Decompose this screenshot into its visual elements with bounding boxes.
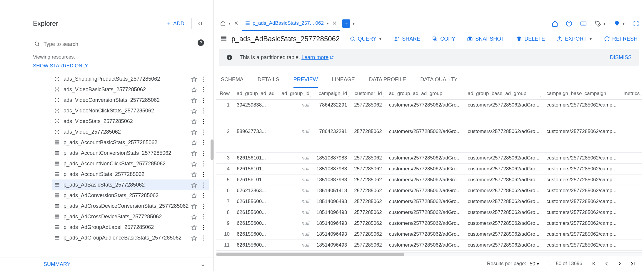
more-icon[interactable]: ⋮: [198, 180, 209, 189]
horizontal-scrollbar[interactable]: [216, 252, 642, 256]
sidebar-item[interactable]: ads_VideoConversionStats_2577285062⋮: [52, 95, 209, 105]
sidebar-item[interactable]: p_ads_AccountConversionStats_2577285062⋮: [52, 148, 209, 158]
column-header[interactable]: metrics_cl⋰: [620, 88, 642, 100]
star-icon[interactable]: [190, 117, 198, 125]
learn-more-link[interactable]: Learn more: [301, 54, 334, 61]
table-row[interactable]: 10626155600...null185140964932577285062c…: [216, 229, 642, 240]
star-icon[interactable]: [190, 202, 198, 210]
help-icon[interactable]: ?: [198, 39, 204, 46]
sidebar-item[interactable]: p_ads_AdGroupAdLabel_2577285062⋮: [52, 222, 209, 232]
sidebar-item[interactable]: p_ads_AdBasicStats_2577285062⋮: [52, 179, 209, 190]
table-row[interactable]: 4626156101...null185108879832577285062cu…: [216, 164, 642, 174]
star-icon[interactable]: [190, 223, 198, 231]
query-button[interactable]: QUERY▾: [350, 36, 382, 42]
column-header[interactable]: Row: [216, 88, 233, 100]
tab-schema[interactable]: SCHEMA: [221, 77, 243, 88]
tab-details[interactable]: DETAILS: [258, 77, 279, 88]
table-row[interactable]: 7626155600...null185140964932577285062cu…: [216, 196, 642, 207]
format-icon[interactable]: ▾: [593, 19, 607, 28]
export-button[interactable]: EXPORT▾: [557, 36, 592, 42]
search-input[interactable]: [33, 39, 205, 50]
keyboard-icon[interactable]: [579, 19, 588, 28]
info-icon[interactable]: [565, 19, 573, 28]
delete-button[interactable]: DELETE: [516, 36, 545, 42]
star-icon[interactable]: [190, 180, 198, 189]
sidebar-item[interactable]: ads_VideoNonClickStats_2577285062⋮: [52, 105, 209, 116]
sidebar-item[interactable]: p_ads_AccountNonClickStats_2577285062⋮: [52, 158, 209, 169]
star-icon[interactable]: [190, 106, 198, 115]
more-icon[interactable]: ⋮: [198, 85, 209, 94]
sidebar-item[interactable]: ads_Video_2577285062⋮: [52, 127, 209, 137]
column-header[interactable]: ad_group_base_ad_group⋰: [464, 88, 543, 100]
caret-down-icon[interactable]: ▾: [326, 21, 329, 26]
share-button[interactable]: SHARE: [394, 36, 420, 42]
table-row[interactable]: 3626156101...null185108879832577285062cu…: [216, 153, 642, 164]
resource-tree[interactable]: ads_ShoppingProductStats_2577285062⋮ads_…: [0, 74, 213, 257]
home-shortcut-icon[interactable]: [550, 19, 559, 28]
dismiss-button[interactable]: DISMISS: [610, 54, 632, 61]
tab-data-profile[interactable]: DATA PROFILE: [369, 77, 406, 88]
more-icon[interactable]: ⋮: [198, 212, 209, 221]
tab-current-table[interactable]: p_ads_AdBasicStats_257... 062 ▾ ✕: [242, 16, 340, 31]
sidebar-item[interactable]: p_ads_AdConversionStats_2577285062⋮: [52, 190, 209, 201]
new-tab-button[interactable]: ＋: [342, 19, 350, 28]
more-icon[interactable]: ⋮: [198, 138, 209, 147]
column-header[interactable]: ad_group_ad_ad_group⋰: [386, 88, 464, 100]
table-row[interactable]: 8626155600...null185140964932577285062cu…: [216, 207, 642, 218]
star-icon[interactable]: [190, 191, 198, 199]
star-icon[interactable]: [190, 212, 198, 221]
table-row[interactable]: 5626156101...null185108879832577285062cu…: [216, 174, 642, 185]
star-icon[interactable]: [190, 233, 198, 242]
rpp-select[interactable]: 50 ▾: [530, 261, 539, 267]
tab-menu-caret[interactable]: ▾: [352, 21, 355, 26]
close-tab-icon[interactable]: ✕: [332, 20, 337, 26]
star-icon[interactable]: [190, 85, 198, 94]
sidebar-item[interactable]: p_ads_AdGroupAudienceBasicStats_25772850…: [52, 232, 209, 243]
table-row[interactable]: 1394259838...null78642322912577285062cus…: [216, 100, 642, 126]
caret-down-icon[interactable]: ▾: [228, 21, 231, 26]
column-header[interactable]: ad_group_ad_ad⋰: [233, 88, 278, 100]
refresh-button[interactable]: REFRESH: [604, 36, 638, 42]
collapse-panel-button[interactable]: [191, 18, 205, 29]
sidebar-item[interactable]: p_ads_AccountStats_2577285062⋮: [52, 169, 209, 179]
fullscreen-icon[interactable]: [632, 19, 640, 28]
sidebar-item[interactable]: ads_VideoBasicStats_2577285062⋮: [52, 84, 209, 95]
column-header[interactable]: campaign_base_campaign⋰: [543, 88, 620, 100]
tab-home[interactable]: ▾ ✕: [217, 16, 242, 31]
star-icon[interactable]: [190, 127, 198, 136]
more-icon[interactable]: ⋮: [198, 127, 209, 137]
table-row[interactable]: 11626155600...null185140964932577285062c…: [216, 240, 642, 251]
column-header[interactable]: campaign_id⋰: [313, 88, 351, 100]
more-icon[interactable]: ⋮: [198, 95, 209, 105]
table-row[interactable]: 9626155600...null185140964932577285062cu…: [216, 218, 642, 229]
column-header[interactable]: ad_group_id⋰: [278, 88, 313, 100]
first-page-button[interactable]: [590, 260, 597, 267]
column-header[interactable]: customer_id⋰: [351, 88, 386, 100]
idea-icon[interactable]: ▾: [613, 19, 626, 28]
more-icon[interactable]: ⋮: [198, 148, 209, 158]
tab-data-quality[interactable]: DATA QUALITY: [420, 77, 457, 88]
more-icon[interactable]: ⋮: [198, 233, 209, 242]
show-starred-button[interactable]: SHOW STARRED ONLY: [33, 63, 213, 69]
star-icon[interactable]: [190, 74, 198, 83]
last-page-button[interactable]: [629, 260, 636, 267]
more-icon[interactable]: ⋮: [198, 169, 209, 179]
preview-table[interactable]: Rowad_group_ad_ad⋰ad_group_id⋰campaign_i…: [216, 88, 642, 251]
more-icon[interactable]: ⋮: [198, 201, 209, 211]
tab-lineage[interactable]: LINEAGE: [332, 77, 355, 88]
more-icon[interactable]: ⋮: [198, 74, 209, 84]
sidebar-item[interactable]: ads_VideoStats_2577285062⋮: [52, 116, 209, 127]
sidebar-item[interactable]: p_ads_AdCrossDeviceStats_2577285062⋮: [52, 211, 209, 222]
more-icon[interactable]: ⋮: [198, 191, 209, 200]
table-row[interactable]: 2589637733...null78642322912577285062cus…: [216, 126, 642, 153]
copy-button[interactable]: COPY: [432, 36, 455, 42]
more-icon[interactable]: ⋮: [198, 222, 209, 232]
tab-preview[interactable]: PREVIEW: [293, 77, 318, 88]
star-icon[interactable]: [190, 170, 198, 178]
add-button[interactable]: ＋ ADD: [163, 18, 188, 29]
sidebar-item[interactable]: p_ads_AdCrossDeviceConversionStats_25772…: [52, 201, 209, 211]
prev-page-button[interactable]: [603, 260, 610, 267]
more-icon[interactable]: ⋮: [198, 117, 209, 126]
star-icon[interactable]: [190, 159, 198, 168]
snapshot-button[interactable]: SNAPSHOT: [467, 36, 504, 42]
